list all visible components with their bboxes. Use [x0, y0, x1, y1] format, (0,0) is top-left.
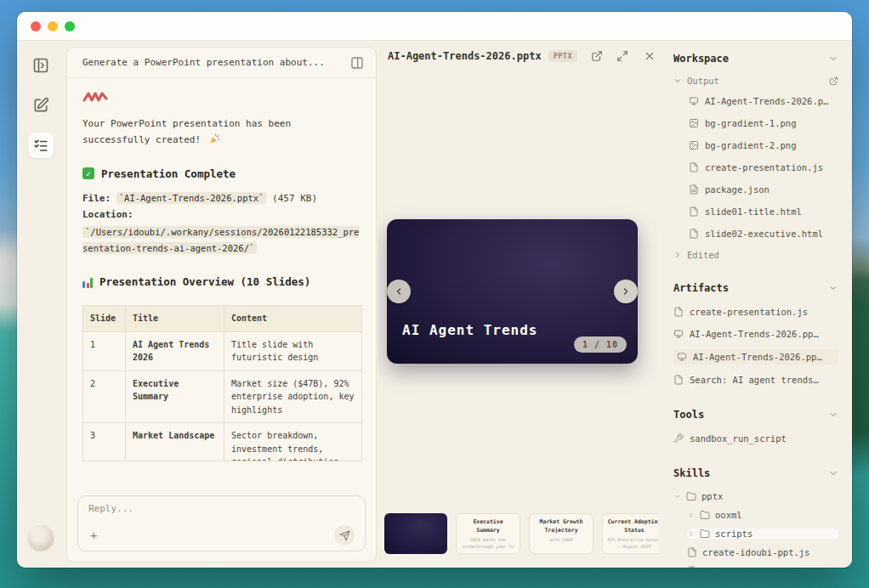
check-icon: ✓	[82, 167, 94, 179]
skills-section-header[interactable]: Skills	[673, 467, 838, 479]
skill-folder-scripts[interactable]: scripts	[687, 529, 838, 539]
skill-file-create-idoubi-ppt[interactable]: create-idoubi-ppt.js	[687, 547, 838, 557]
image-icon	[689, 118, 699, 128]
skill-folder-pptx[interactable]: pptx	[673, 491, 838, 501]
compose-icon	[32, 97, 49, 114]
skill-file-html2pptx[interactable]: html2pptx.md	[687, 566, 838, 568]
tasks-button[interactable]	[28, 133, 54, 158]
artifact-pptx-2-selected[interactable]: AI-Agent-Trends-2026.pp…	[673, 349, 838, 365]
external-link-icon	[591, 50, 603, 62]
columns-layout-icon[interactable]	[350, 56, 364, 70]
tools-section-header[interactable]: Tools	[673, 409, 838, 421]
workspace-file-package[interactable]: package.json	[689, 183, 838, 196]
chevron-down-icon	[828, 283, 838, 293]
send-button[interactable]	[334, 525, 355, 546]
reply-composer[interactable]: +	[77, 495, 366, 551]
file-icon	[687, 547, 697, 557]
chat-panel: Generate a PowerPoint presentation about…	[66, 47, 377, 563]
workspace-file-bg1[interactable]: bg-gradient-1.png	[689, 116, 838, 130]
workspace-section-header[interactable]: Workspace	[673, 53, 838, 65]
table-header-row: Slide Title Content	[83, 306, 362, 332]
artifact-search[interactable]: Search: AI agent trends…	[673, 373, 838, 387]
preview-header: AI-Agent-Trends-2026.pptx PPTX	[378, 41, 658, 71]
slide-title: AI Agent Trends	[402, 322, 538, 338]
thumbnail-slide-3[interactable]: Market Growth Trajectory with CAGR	[529, 513, 594, 554]
file-label: File:	[82, 193, 111, 204]
task-list-icon	[33, 138, 48, 153]
slides-table: Slide Title Content 1 AI Agent Trends 20…	[82, 293, 362, 461]
file-name-chip: `AI-Agent-Trends-2026.pptx`	[116, 192, 267, 204]
tool-sandbox-run-script[interactable]: sandbox_run_script	[673, 432, 838, 445]
slide-preview: AI Agent Trends 1 / 10	[387, 219, 638, 364]
expand-icon	[616, 50, 628, 62]
page-indicator: 1 / 10	[574, 336, 627, 353]
minimize-window-button[interactable]	[48, 21, 58, 31]
chevron-right-icon	[621, 286, 631, 297]
toggle-sidebar-button[interactable]	[28, 53, 54, 78]
external-link-icon[interactable]	[829, 76, 838, 86]
file-icon	[673, 375, 684, 385]
file-text-icon	[689, 184, 699, 195]
zoom-window-button[interactable]	[65, 21, 75, 31]
table-row: 2 Executive Summary Market size ($47B), …	[83, 370, 362, 423]
titlebar	[17, 12, 852, 41]
workspace-file-pptx[interactable]: AI-Agent-Trends-2026.p…	[689, 94, 838, 108]
bar-chart-icon	[82, 276, 93, 288]
chevron-down-icon	[673, 76, 682, 85]
chevron-right-icon	[673, 251, 682, 259]
preview-panel: AI-Agent-Trends-2026.pptx PPTX AI Agent …	[378, 41, 658, 568]
folder-icon	[686, 491, 696, 501]
table-row: 1 AI Agent Trends 2026 Title slide with …	[83, 331, 362, 370]
image-icon	[689, 140, 699, 150]
next-slide-button[interactable]	[614, 280, 638, 303]
location-label: Location:	[82, 209, 133, 220]
chat-header: Generate a PowerPoint presentation about…	[67, 48, 376, 78]
file-icon	[689, 206, 699, 217]
send-icon	[339, 530, 350, 541]
artifacts-section-header[interactable]: Artifacts	[673, 282, 838, 294]
attach-button[interactable]: +	[88, 529, 99, 542]
monitor-icon	[689, 96, 699, 106]
close-icon	[644, 50, 656, 62]
file-icon	[673, 307, 684, 317]
chat-title: Generate a PowerPoint presentation about…	[82, 57, 325, 68]
file-icon	[689, 162, 699, 172]
chevron-down-icon	[828, 410, 838, 420]
overview-heading: Presentation Overview (10 Slides)	[82, 275, 362, 288]
workspace-file-createjs[interactable]: create-presentation.js	[689, 161, 838, 174]
workspace-file-slide01[interactable]: slide01-title.html	[689, 205, 838, 218]
artifact-create-presentation[interactable]: create-presentation.js	[673, 305, 838, 319]
table-row: 3 Market Landscape Sector breakdown, inv…	[83, 423, 362, 462]
thumbnail-strip: Executive Summary 2026 marks the breakth…	[384, 513, 658, 554]
thumbnail-slide-2[interactable]: Executive Summary 2026 marks the breakth…	[456, 513, 520, 554]
workspace-file-bg2[interactable]: bg-gradient-2.png	[689, 139, 838, 152]
expand-button[interactable]	[616, 50, 628, 62]
monitor-icon	[673, 329, 684, 339]
workspace-file-slide02[interactable]: slide02-executive.html	[689, 227, 838, 240]
right-panel: Workspace Output AI-Agent-Trends-2026.p……	[658, 41, 852, 568]
success-message: Your PowerPoint presentation has been su…	[82, 118, 291, 145]
close-window-button[interactable]	[31, 21, 41, 31]
skill-folder-ooxml[interactable]: ooxml	[687, 510, 838, 520]
edited-group-row[interactable]: Edited	[673, 250, 838, 260]
prev-slide-button[interactable]	[387, 280, 411, 303]
artifact-pptx-1[interactable]: AI-Agent-Trends-2026.pp…	[673, 327, 838, 341]
chevron-left-icon	[394, 286, 404, 297]
reply-input[interactable]	[88, 503, 355, 514]
thumbnail-slide-1[interactable]	[384, 513, 447, 554]
output-group-row[interactable]: Output	[673, 76, 838, 86]
open-external-button[interactable]	[591, 50, 603, 62]
location-path-chip: `/Users/idoubi/.workany/sessions/2026012…	[82, 226, 359, 254]
chat-message: Your PowerPoint presentation has been su…	[67, 78, 376, 487]
user-avatar[interactable]	[28, 525, 54, 551]
app-window: Generate a PowerPoint presentation about…	[17, 12, 852, 568]
new-chat-button[interactable]	[28, 93, 54, 118]
close-preview-button[interactable]	[644, 50, 656, 62]
folder-icon	[700, 529, 710, 539]
file-text-icon	[687, 566, 697, 568]
preview-filename: AI-Agent-Trends-2026.pptx	[388, 50, 542, 62]
left-rail	[17, 41, 65, 568]
thumbnail-slide-4[interactable]: Current Adoption Status 92% Enterprise S…	[602, 513, 658, 554]
file-size: (457 KB)	[272, 193, 317, 204]
assistant-logo-icon	[82, 90, 362, 104]
